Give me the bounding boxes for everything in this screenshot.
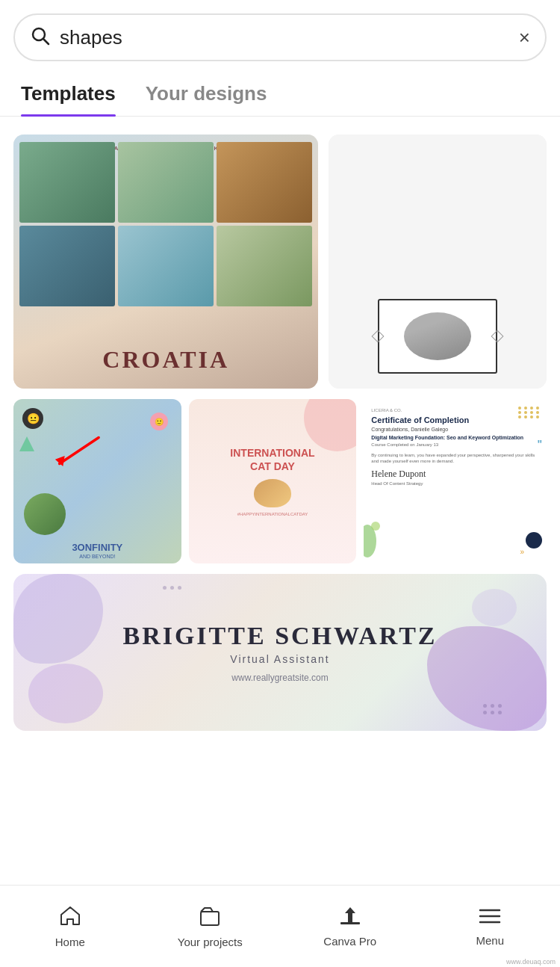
banner-dots-right	[483, 704, 502, 714]
nav-canva-pro[interactable]: Canva Pro	[313, 906, 388, 948]
catday-title: INTERNATIONALCAT DAY	[230, 446, 314, 473]
top-row: 📍 PLITVICE LAKES NATIONAL PARK / KRKA NA…	[13, 135, 547, 389]
template-card-croatia[interactable]: 📍 PLITVICE LAKES NATIONAL PARK / KRKA NA…	[13, 135, 318, 389]
banner-blob-1	[13, 574, 103, 664]
projects-icon	[199, 905, 221, 931]
cert-quote-mark: "	[537, 438, 542, 450]
cert-signature: Helene Dupont	[371, 469, 539, 480]
3onfinity-sub: AND BEYOND!	[13, 554, 181, 559]
nav-projects[interactable]: Your projects	[172, 905, 247, 948]
photo-circle	[24, 493, 66, 535]
content-area: 📍 PLITVICE LAKES NATIONAL PARK / KRKA NA…	[0, 117, 560, 821]
menu-icon	[479, 906, 501, 930]
banner-blob-4	[472, 589, 517, 626]
catday-cat-illustration	[254, 479, 291, 507]
banner-blob-2	[427, 626, 547, 731]
cert-course: Digital Marketing Foundation: Seo and Ke…	[371, 435, 539, 440]
template-card-brigitte[interactable]: BRIGITTE SCHWARTZ Virtual Assistant www.…	[13, 574, 547, 731]
nav-projects-label: Your projects	[178, 936, 243, 948]
svg-line-1	[44, 40, 49, 45]
template-card-catday[interactable]: INTERNATIONALCAT DAY #HAPPYINTERNATIONAL…	[189, 399, 357, 563]
bottom-nav: Home Your projects Canva Pro	[0, 885, 560, 967]
svg-point-0	[33, 28, 45, 40]
diamond-left-icon	[372, 330, 385, 343]
watermark: www.deuaq.com	[506, 958, 556, 966]
sticker-face: 😐	[22, 408, 43, 429]
cert-navy-circle	[526, 532, 542, 549]
photo-3	[217, 142, 312, 223]
tab-your-designs[interactable]: Your designs	[146, 82, 267, 116]
svg-line-2	[60, 438, 99, 464]
nav-home[interactable]: Home	[33, 905, 108, 948]
search-icon	[30, 25, 51, 49]
profile-card-inner	[329, 135, 547, 389]
clear-search-button[interactable]: ×	[519, 26, 530, 49]
banner-website: www.reallygreatsite.com	[231, 673, 328, 683]
banner-dots	[163, 586, 181, 590]
search-bar: shapes ×	[13, 13, 547, 61]
sticker-pink: 🙂	[150, 413, 168, 430]
photo-1	[19, 142, 115, 223]
3onfinity-text: 3ONFINITY	[19, 542, 175, 553]
sticker-green	[19, 436, 34, 451]
template-card-certificate[interactable]: LICERIA & CO. Certificate of Completion …	[364, 399, 547, 563]
nav-menu-label: Menu	[476, 934, 504, 947]
tab-templates[interactable]: Templates	[21, 82, 116, 116]
nav-home-label: Home	[55, 936, 85, 948]
catday-subtitle: #HAPPYINTERNATIONALCATDAY	[237, 512, 308, 516]
banner-name: BRIGITTE SCHWARTZ	[122, 622, 437, 650]
cert-date: Course Completed on January 13	[371, 442, 539, 448]
svg-point-5	[371, 522, 380, 531]
template-card-profile[interactable]	[329, 135, 547, 389]
cert-arrows: »	[520, 548, 524, 556]
cert-role: Head Of Content Strategy	[371, 481, 539, 486]
photo-4	[19, 226, 115, 306]
red-arrow-annotation	[51, 433, 103, 469]
search-input[interactable]: shapes	[60, 26, 519, 49]
mid-row: 😐 🙂 3ONFINITY AND BEYOND! INTERNATIONALC…	[13, 399, 547, 563]
profile-person-image	[404, 312, 471, 360]
svg-rect-6	[201, 912, 219, 925]
croatia-photos-grid	[19, 142, 312, 306]
banner-job-title: Virtual Assistant	[230, 653, 329, 665]
cert-brand: LICERIA & CO.	[371, 408, 539, 413]
cert-body: By continuing to learn, you have expande…	[371, 453, 539, 465]
svg-rect-7	[340, 922, 360, 924]
cert-title: Certificate of Completion	[371, 415, 539, 424]
cert-green-left	[364, 519, 385, 563]
tabs-container: Templates Your designs	[0, 61, 560, 117]
photo-2	[118, 142, 214, 223]
nav-canva-pro-label: Canva Pro	[323, 935, 376, 948]
profile-frame	[378, 299, 497, 374]
cert-recipient: Congratulations, Danielle Galego	[371, 427, 539, 432]
canva-pro-icon	[337, 906, 363, 930]
photo-6	[217, 226, 312, 306]
croatia-title: CROATIA	[13, 346, 318, 374]
diamond-right-icon	[491, 330, 504, 343]
catday-pink-circle	[304, 399, 356, 451]
template-card-3onfinity[interactable]: 😐 🙂 3ONFINITY AND BEYOND!	[13, 399, 181, 563]
home-icon	[59, 905, 81, 931]
profile-oval	[404, 312, 471, 360]
nav-menu[interactable]: Menu	[452, 906, 527, 947]
cert-dots-decoration	[518, 407, 541, 418]
croatia-title-area: CROATIA	[13, 346, 318, 374]
croatia-card-inner: 📍 PLITVICE LAKES NATIONAL PARK / KRKA NA…	[13, 135, 318, 389]
banner-blob-3	[28, 664, 103, 723]
photo-5	[118, 226, 214, 306]
